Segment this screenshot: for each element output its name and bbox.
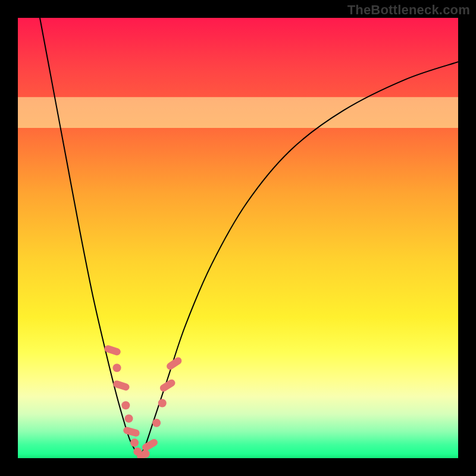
data-marker — [141, 438, 159, 452]
data-marker — [113, 364, 121, 372]
brand-watermark: TheBottleneck.com — [347, 2, 470, 18]
chart-svg — [18, 18, 458, 458]
curve-left-branch — [40, 18, 139, 458]
data-marker — [130, 439, 139, 447]
data-marker — [121, 401, 130, 409]
data-marker — [152, 419, 161, 427]
highlight-band — [18, 97, 458, 128]
data-marker — [123, 426, 140, 437]
data-marker — [124, 414, 133, 422]
data-marker — [158, 399, 167, 408]
chart-frame: TheBottleneck.com — [0, 0, 476, 476]
plot-area — [18, 18, 458, 458]
